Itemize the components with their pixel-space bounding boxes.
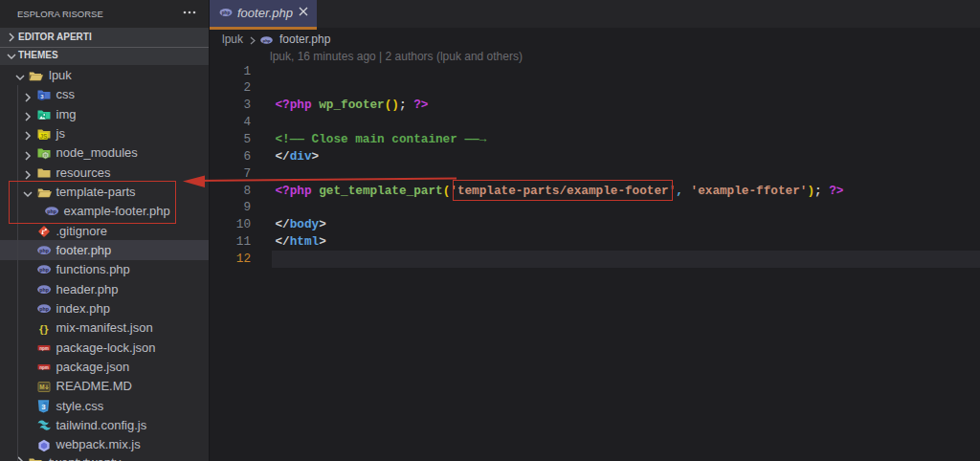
svg-text:php: php	[222, 11, 231, 15]
svg-text:npm: npm	[39, 364, 49, 369]
svg-text:{}: {}	[39, 322, 49, 334]
svg-text:n: n	[44, 153, 47, 159]
svg-text:php: php	[39, 248, 49, 253]
svg-text:php: php	[39, 306, 49, 312]
svg-text:3: 3	[41, 402, 46, 410]
svg-text:php: php	[39, 286, 49, 292]
svg-text:JS: JS	[39, 133, 48, 140]
svg-text:php: php	[39, 267, 49, 273]
svg-text:php: php	[262, 37, 270, 42]
svg-text:npm: npm	[39, 345, 49, 350]
svg-text:M: M	[39, 384, 44, 390]
